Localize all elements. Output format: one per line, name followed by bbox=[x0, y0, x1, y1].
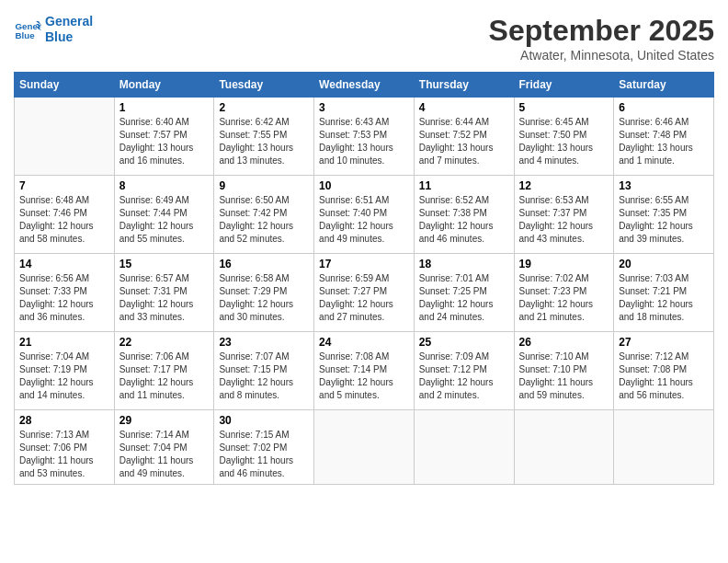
calendar-day-cell: 11Sunrise: 6:52 AM Sunset: 7:38 PM Dayli… bbox=[414, 176, 514, 254]
day-number: 27 bbox=[619, 336, 709, 349]
day-number: 18 bbox=[419, 258, 509, 270]
day-number: 30 bbox=[219, 414, 309, 427]
day-info: Sunrise: 6:49 AM Sunset: 7:44 PM Dayligh… bbox=[119, 194, 210, 246]
day-number: 17 bbox=[319, 258, 409, 270]
calendar-day-cell: 23Sunrise: 7:07 AM Sunset: 7:15 PM Dayli… bbox=[214, 332, 314, 410]
day-number: 4 bbox=[419, 101, 509, 114]
calendar-day-cell bbox=[614, 410, 714, 485]
calendar-day-cell: 24Sunrise: 7:08 AM Sunset: 7:14 PM Dayli… bbox=[314, 332, 415, 410]
calendar-day-cell: 26Sunrise: 7:10 AM Sunset: 7:10 PM Dayli… bbox=[514, 332, 614, 410]
calendar-day-cell: 2Sunrise: 6:42 AM Sunset: 7:55 PM Daylig… bbox=[214, 98, 314, 176]
calendar-week-row: 1Sunrise: 6:40 AM Sunset: 7:57 PM Daylig… bbox=[15, 98, 714, 176]
day-info: Sunrise: 6:55 AM Sunset: 7:35 PM Dayligh… bbox=[619, 194, 709, 246]
calendar-day-cell: 17Sunrise: 6:59 AM Sunset: 7:27 PM Dayli… bbox=[314, 254, 415, 332]
calendar-day-cell: 6Sunrise: 6:46 AM Sunset: 7:48 PM Daylig… bbox=[614, 98, 714, 176]
weekday-header: Saturday bbox=[614, 73, 714, 98]
weekday-header: Monday bbox=[114, 73, 214, 98]
day-info: Sunrise: 7:13 AM Sunset: 7:06 PM Dayligh… bbox=[19, 429, 109, 480]
calendar-week-row: 7Sunrise: 6:48 AM Sunset: 7:46 PM Daylig… bbox=[15, 176, 714, 254]
calendar-day-cell: 28Sunrise: 7:13 AM Sunset: 7:06 PM Dayli… bbox=[15, 410, 115, 485]
day-info: Sunrise: 7:08 AM Sunset: 7:14 PM Dayligh… bbox=[319, 350, 409, 402]
day-number: 22 bbox=[119, 336, 210, 349]
day-info: Sunrise: 6:40 AM Sunset: 7:57 PM Dayligh… bbox=[119, 116, 210, 167]
calendar-day-cell: 30Sunrise: 7:15 AM Sunset: 7:02 PM Dayli… bbox=[214, 410, 314, 485]
calendar-day-cell: 16Sunrise: 6:58 AM Sunset: 7:29 PM Dayli… bbox=[214, 254, 314, 332]
calendar-week-row: 28Sunrise: 7:13 AM Sunset: 7:06 PM Dayli… bbox=[15, 410, 714, 485]
day-number: 6 bbox=[619, 101, 709, 114]
day-info: Sunrise: 7:04 AM Sunset: 7:19 PM Dayligh… bbox=[19, 350, 109, 402]
day-number: 5 bbox=[519, 101, 609, 114]
logo-icon: General Blue bbox=[14, 16, 41, 43]
day-number: 10 bbox=[319, 179, 409, 192]
day-number: 3 bbox=[319, 101, 409, 114]
day-number: 20 bbox=[619, 258, 709, 270]
day-number: 2 bbox=[219, 101, 309, 114]
day-number: 26 bbox=[519, 336, 609, 349]
calendar-day-cell: 5Sunrise: 6:45 AM Sunset: 7:50 PM Daylig… bbox=[514, 98, 614, 176]
calendar-day-cell bbox=[514, 410, 614, 485]
day-info: Sunrise: 6:57 AM Sunset: 7:31 PM Dayligh… bbox=[119, 272, 210, 324]
day-info: Sunrise: 7:03 AM Sunset: 7:21 PM Dayligh… bbox=[619, 272, 709, 324]
calendar-day-cell: 27Sunrise: 7:12 AM Sunset: 7:08 PM Dayli… bbox=[614, 332, 714, 410]
calendar-day-cell: 7Sunrise: 6:48 AM Sunset: 7:46 PM Daylig… bbox=[15, 176, 115, 254]
calendar-week-row: 21Sunrise: 7:04 AM Sunset: 7:19 PM Dayli… bbox=[15, 332, 714, 410]
calendar-day-cell: 10Sunrise: 6:51 AM Sunset: 7:40 PM Dayli… bbox=[314, 176, 415, 254]
calendar-day-cell bbox=[414, 410, 514, 485]
calendar-day-cell: 20Sunrise: 7:03 AM Sunset: 7:21 PM Dayli… bbox=[614, 254, 714, 332]
day-info: Sunrise: 7:06 AM Sunset: 7:17 PM Dayligh… bbox=[119, 350, 210, 402]
day-info: Sunrise: 6:56 AM Sunset: 7:33 PM Dayligh… bbox=[19, 272, 109, 324]
calendar-day-cell: 14Sunrise: 6:56 AM Sunset: 7:33 PM Dayli… bbox=[15, 254, 115, 332]
calendar-day-cell: 15Sunrise: 6:57 AM Sunset: 7:31 PM Dayli… bbox=[114, 254, 214, 332]
day-info: Sunrise: 6:59 AM Sunset: 7:27 PM Dayligh… bbox=[319, 272, 409, 324]
day-info: Sunrise: 7:14 AM Sunset: 7:04 PM Dayligh… bbox=[119, 429, 210, 480]
day-number: 14 bbox=[19, 258, 109, 270]
day-info: Sunrise: 6:58 AM Sunset: 7:29 PM Dayligh… bbox=[219, 272, 309, 324]
location-title: Atwater, Minnesota, United States bbox=[489, 48, 714, 63]
calendar-table: SundayMondayTuesdayWednesdayThursdayFrid… bbox=[14, 72, 714, 485]
day-number: 1 bbox=[119, 101, 210, 114]
calendar-day-cell: 8Sunrise: 6:49 AM Sunset: 7:44 PM Daylig… bbox=[114, 176, 214, 254]
day-info: Sunrise: 6:46 AM Sunset: 7:48 PM Dayligh… bbox=[619, 116, 709, 167]
day-info: Sunrise: 6:51 AM Sunset: 7:40 PM Dayligh… bbox=[319, 194, 409, 246]
day-info: Sunrise: 7:07 AM Sunset: 7:15 PM Dayligh… bbox=[219, 350, 309, 402]
day-number: 29 bbox=[119, 414, 210, 427]
day-info: Sunrise: 6:52 AM Sunset: 7:38 PM Dayligh… bbox=[419, 194, 509, 246]
calendar-day-cell: 22Sunrise: 7:06 AM Sunset: 7:17 PM Dayli… bbox=[114, 332, 214, 410]
day-info: Sunrise: 7:10 AM Sunset: 7:10 PM Dayligh… bbox=[519, 350, 609, 402]
calendar-day-cell: 4Sunrise: 6:44 AM Sunset: 7:52 PM Daylig… bbox=[414, 98, 514, 176]
day-info: Sunrise: 6:42 AM Sunset: 7:55 PM Dayligh… bbox=[219, 116, 309, 167]
logo: General Blue General Blue bbox=[14, 14, 93, 45]
day-number: 12 bbox=[519, 179, 609, 192]
svg-text:Blue: Blue bbox=[16, 30, 36, 40]
calendar-day-cell: 21Sunrise: 7:04 AM Sunset: 7:19 PM Dayli… bbox=[15, 332, 115, 410]
calendar-day-cell: 13Sunrise: 6:55 AM Sunset: 7:35 PM Dayli… bbox=[614, 176, 714, 254]
calendar-day-cell: 29Sunrise: 7:14 AM Sunset: 7:04 PM Dayli… bbox=[114, 410, 214, 485]
weekday-header-row: SundayMondayTuesdayWednesdayThursdayFrid… bbox=[15, 73, 714, 98]
day-number: 19 bbox=[519, 258, 609, 270]
day-info: Sunrise: 7:02 AM Sunset: 7:23 PM Dayligh… bbox=[519, 272, 609, 324]
title-block: September 2025 Atwater, Minnesota, Unite… bbox=[489, 14, 714, 63]
day-info: Sunrise: 6:50 AM Sunset: 7:42 PM Dayligh… bbox=[219, 194, 309, 246]
day-info: Sunrise: 6:44 AM Sunset: 7:52 PM Dayligh… bbox=[419, 116, 509, 167]
day-info: Sunrise: 6:45 AM Sunset: 7:50 PM Dayligh… bbox=[519, 116, 609, 167]
day-number: 28 bbox=[19, 414, 109, 427]
day-info: Sunrise: 6:48 AM Sunset: 7:46 PM Dayligh… bbox=[19, 194, 109, 246]
day-number: 7 bbox=[19, 179, 109, 192]
day-info: Sunrise: 6:43 AM Sunset: 7:53 PM Dayligh… bbox=[319, 116, 409, 167]
day-number: 15 bbox=[119, 258, 210, 270]
day-info: Sunrise: 7:15 AM Sunset: 7:02 PM Dayligh… bbox=[219, 429, 309, 480]
calendar-day-cell: 18Sunrise: 7:01 AM Sunset: 7:25 PM Dayli… bbox=[414, 254, 514, 332]
day-info: Sunrise: 7:12 AM Sunset: 7:08 PM Dayligh… bbox=[619, 350, 709, 402]
calendar-week-row: 14Sunrise: 6:56 AM Sunset: 7:33 PM Dayli… bbox=[15, 254, 714, 332]
day-number: 21 bbox=[19, 336, 109, 349]
day-info: Sunrise: 7:09 AM Sunset: 7:12 PM Dayligh… bbox=[419, 350, 509, 402]
calendar-day-cell: 25Sunrise: 7:09 AM Sunset: 7:12 PM Dayli… bbox=[414, 332, 514, 410]
page-header: General Blue General Blue September 2025… bbox=[14, 14, 714, 63]
weekday-header: Thursday bbox=[414, 73, 514, 98]
day-info: Sunrise: 7:01 AM Sunset: 7:25 PM Dayligh… bbox=[419, 272, 509, 324]
day-number: 25 bbox=[419, 336, 509, 349]
weekday-header: Friday bbox=[514, 73, 614, 98]
weekday-header: Wednesday bbox=[314, 73, 415, 98]
day-info: Sunrise: 6:53 AM Sunset: 7:37 PM Dayligh… bbox=[519, 194, 609, 246]
calendar-day-cell: 3Sunrise: 6:43 AM Sunset: 7:53 PM Daylig… bbox=[314, 98, 415, 176]
